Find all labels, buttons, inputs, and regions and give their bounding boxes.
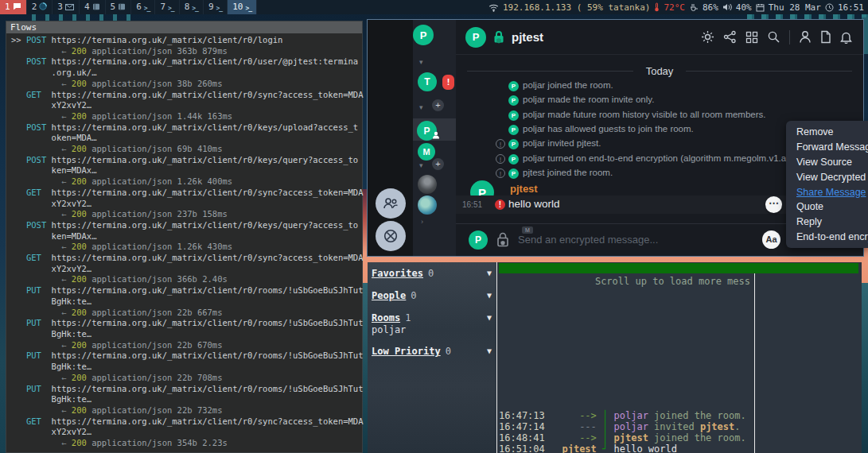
collapse-section-icon[interactable]: ▾ [419,161,423,169]
user-avatar[interactable]: P [413,25,434,45]
text-format-button[interactable]: Aa [762,230,780,249]
mail-icon [65,2,74,13]
wifi-icon [488,3,499,12]
log-line: 16:48:41 --> │ pjtest joined the room. [499,432,746,443]
timeline-event: Ppoljar joined the room. [456,80,863,95]
terminal-icon: >_ [168,2,174,13]
flow-row[interactable]: PUT https://termina.org.uk/_matrix/clien… [11,350,362,383]
explore-communities-button[interactable] [376,221,406,251]
workspace-button-9[interactable]: 9>_ [204,0,228,14]
room-section-low-priority[interactable]: Low Priority0▼ [372,346,493,357]
room-avatar-rail: P ▾ T ! ▾ + P M ▾ + › [413,20,456,256]
room-avatar-m[interactable]: M [418,143,435,161]
workspace-button-6[interactable]: 6>_ [131,0,155,14]
gomuks-client-window: Favorites0▼People0▼Rooms1▼poljarLow Prio… [368,262,862,453]
message-options-button[interactable]: ⋯ [765,196,782,213]
log-line: 16:51:04 pjtest ┘ hello world [499,443,746,453]
flow-row[interactable]: GET https://termina.org.uk/_matrix/clien… [11,253,362,285]
event-text: poljar joined the room. [523,80,613,90]
event-mini-avatar: P [508,81,519,91]
files-icon[interactable] [820,30,831,44]
workspace-button-5[interactable]: 5 [106,0,132,14]
workspace-button-8[interactable]: 8>_ [180,0,204,14]
workspace-button-1[interactable]: 1 [0,0,27,14]
expand-panel-icon[interactable]: › [421,218,423,226]
menu-item-quote[interactable]: Quote [786,199,868,215]
room-header-actions [701,30,863,45]
share-icon[interactable] [723,30,737,44]
menu-item-share-message[interactable]: Share Message [786,184,868,199]
add-room-button[interactable]: + [432,99,444,111]
workspace-button-2[interactable]: 2 [27,0,53,14]
room-section-people[interactable]: People0▼ [372,290,493,301]
room-section-rooms[interactable]: Rooms1▼ [372,312,493,323]
gomuks-timeline: Scroll up to load more mess 16:47:13 -->… [497,262,862,453]
flow-row[interactable]: POST https://termina.org.uk/_matrix/clie… [11,220,362,253]
flow-row[interactable]: GET https://termina.org.uk/_matrix/clien… [11,416,362,449]
collapse-triangle-icon[interactable]: ▼ [487,313,492,322]
apps-grid-icon[interactable] [745,31,758,44]
flow-row[interactable]: GET https://termina.org.uk/_matrix/clien… [11,188,362,220]
unencrypted-warning-icon: ! [495,199,505,210]
flow-row[interactable]: POST https://termina.org.uk/_matrix/clie… [11,122,362,155]
collapse-section-icon[interactable]: ▾ [419,103,423,111]
menu-item-forward-message[interactable]: Forward Message [786,140,868,155]
calendar-icon [756,3,765,12]
system-tray: 192.168.1.133 ( 59% tatanka) 72°C 86% 40… [488,0,868,14]
workspace-button-4[interactable]: 4 [80,0,106,14]
collapse-triangle-icon[interactable]: ▼ [487,269,492,277]
markdown-indicator[interactable]: M [522,226,533,234]
workspace-number: 10 [232,0,243,14]
menu-item-end-to-end-encry[interactable]: End-to-end encry [786,229,868,244]
divider-line [686,71,852,72]
message-text: hello world [508,198,560,210]
room-avatar-t[interactable]: T [418,72,437,91]
flow-row[interactable]: POST https://termina.org.uk/_matrix/clie… [11,56,362,89]
wallpaper-trees [22,14,134,21]
flow-row[interactable]: PUT https://termina.org.uk/_matrix/clien… [11,384,362,416]
workspace-button-10[interactable]: 10>_ [228,0,257,14]
event-info-icon: ! [496,154,505,164]
menu-item-view-source[interactable]: View Source [786,155,868,170]
flow-row[interactable]: PUT https://termina.org.uk/_matrix/clien… [11,318,362,350]
menu-item-reply[interactable]: Reply [786,215,868,230]
flow-row[interactable]: PUT https://termina.org.uk/_matrix/clien… [11,285,362,318]
power-plug-icon [689,3,699,12]
room-list-item[interactable]: poljar [372,324,406,335]
search-icon[interactable] [767,30,780,44]
clock-value: 16:51 [838,2,864,13]
flow-row[interactable]: >> POST https://termina.org.uk/_matrix/c… [11,35,362,56]
composer-input[interactable]: Send an encrypted message... [518,234,658,246]
workspace-button-3[interactable]: 3 [53,0,80,14]
collapse-triangle-icon[interactable]: ▼ [487,291,492,300]
volume-value: 40% [736,2,752,13]
room-section-favorites[interactable]: Favorites0▼ [372,268,493,279]
collapse-section-icon[interactable]: ▾ [419,58,423,66]
event-mini-avatar: P [508,154,519,165]
log-line: 16:47:14 --- │ poljar invited pjtest. [499,421,746,432]
collapse-triangle-icon[interactable]: ▼ [487,347,492,355]
flow-row[interactable]: GET https://termina.org.uk/_matrix/clien… [11,90,362,122]
tower-room-avatar[interactable] [418,175,437,194]
thermometer-icon [654,2,660,12]
connection-status-bar [499,263,858,273]
room-header-avatar[interactable]: P [465,27,486,48]
message-timestamp: 16:51 [462,200,482,209]
workspace-number: 6 [136,0,142,14]
section-label: People [372,290,406,301]
notifications-bell-icon[interactable] [840,30,852,44]
flow-row[interactable]: POST https://termina.org.uk/_matrix/clie… [11,155,362,188]
timeline-event: Ppoljar made the room invite only. [456,95,863,109]
members-icon[interactable] [799,30,812,44]
workspace-button-7[interactable]: 7>_ [155,0,179,14]
people-filter-button[interactable] [376,188,406,219]
message-sender-name[interactable]: pjtest [510,183,538,195]
menu-item-remove[interactable]: Remove [786,125,868,140]
globe-room-avatar[interactable] [418,196,437,215]
book-icon [118,2,126,13]
menu-item-view-decrypted-s[interactable]: View Decrypted S [786,169,868,184]
add-room-button[interactable]: + [432,158,444,170]
section-count: 1 [405,312,411,323]
composer-avatar: P [469,230,488,250]
settings-gear-icon[interactable] [701,30,714,44]
